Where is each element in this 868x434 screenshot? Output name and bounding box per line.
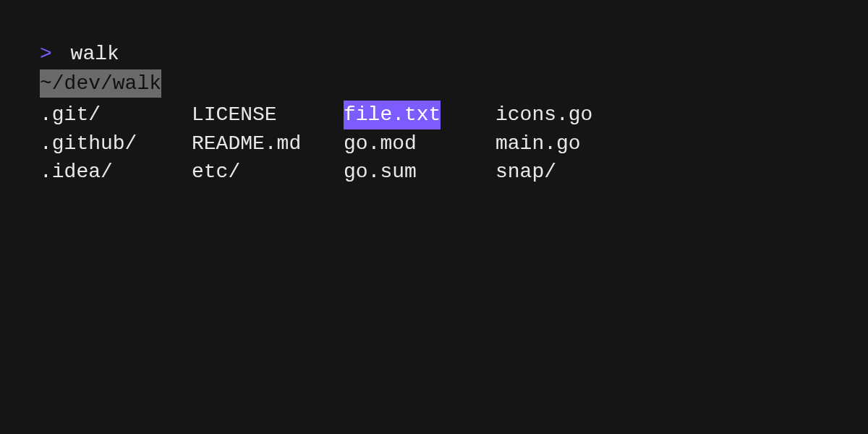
prompt-symbol: > <box>40 43 52 65</box>
prompt-command: walk <box>59 43 119 65</box>
file-column: LICENSE README.md etc/ <box>192 101 344 186</box>
file-entry[interactable]: go.mod <box>344 129 495 158</box>
file-column: icons.go main.go snap/ <box>495 101 647 186</box>
file-entry[interactable]: .git/ <box>40 101 192 129</box>
file-column: file.txt go.mod go.sum <box>344 101 495 186</box>
file-entry[interactable]: icons.go <box>495 101 647 129</box>
prompt-line: > walk <box>40 40 828 68</box>
file-entry-selected[interactable]: file.txt <box>344 101 441 129</box>
file-listing: .git/ .github/ .idea/ LICENSE README.md … <box>40 101 828 186</box>
file-column: .git/ .github/ .idea/ <box>40 101 192 186</box>
current-directory: ~/dev/walk <box>40 69 161 98</box>
file-entry[interactable]: go.sum <box>344 158 495 186</box>
file-entry[interactable]: snap/ <box>495 158 647 186</box>
file-entry[interactable]: etc/ <box>192 158 344 186</box>
file-entry[interactable]: LICENSE <box>192 101 344 129</box>
file-entry[interactable]: main.go <box>495 129 647 158</box>
file-entry[interactable]: .idea/ <box>40 158 192 186</box>
cwd-line: ~/dev/walk <box>40 68 828 98</box>
command-text: walk <box>71 43 119 65</box>
file-entry[interactable]: .github/ <box>40 129 192 158</box>
file-entry[interactable]: README.md <box>192 129 344 158</box>
